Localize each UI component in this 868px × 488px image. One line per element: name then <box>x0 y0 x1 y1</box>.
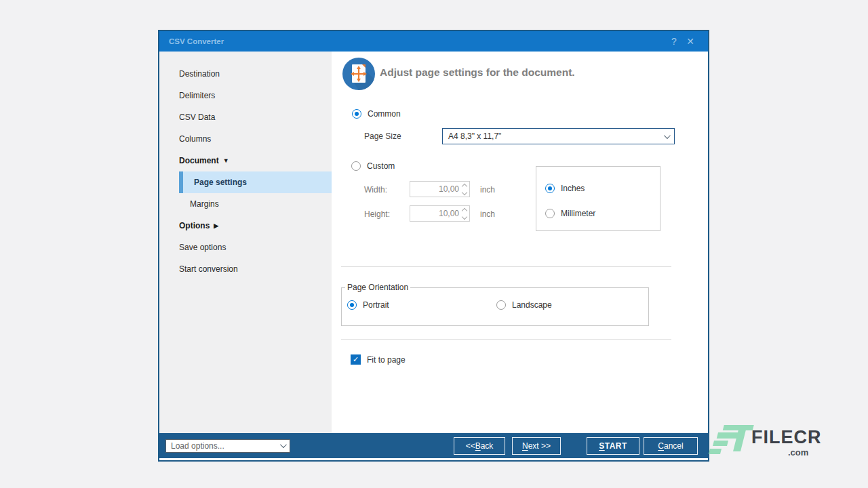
csv-converter-dialog: CSV Converter ? ✕ Destination Delimiters… <box>158 30 709 462</box>
common-radio-row: Common <box>352 109 401 119</box>
height-stepper[interactable] <box>462 209 467 219</box>
page-size-label: Page Size <box>364 131 401 141</box>
divider <box>341 339 671 340</box>
page-orientation-legend: Page Orientation <box>345 283 410 292</box>
cancel-button[interactable]: Cancel <box>644 437 698 455</box>
filecr-watermark: FILECR .com <box>712 420 827 460</box>
millimeter-label: Millimeter <box>561 209 595 218</box>
chevron-down-icon <box>280 441 287 448</box>
inches-label: Inches <box>561 184 585 193</box>
portrait-radio[interactable] <box>347 300 357 310</box>
chevron-right-icon: ▶ <box>214 222 218 229</box>
sidebar-item-delimiters[interactable]: Delimiters <box>159 85 332 106</box>
divider <box>341 266 671 267</box>
page-title: Adjust page settings for the document. <box>380 66 575 79</box>
titlebar: CSV Converter ? ✕ <box>159 31 708 52</box>
sidebar: Destination Delimiters CSV Data Columns … <box>159 52 332 433</box>
sidebar-item-page-settings[interactable]: Page settings <box>179 171 332 193</box>
sidebar-item-start-conversion[interactable]: Start conversion <box>159 258 332 280</box>
landscape-radio-row: Landscape <box>496 300 552 310</box>
common-label: Common <box>368 109 401 119</box>
sidebar-item-destination[interactable]: Destination <box>159 63 332 85</box>
millimeter-radio[interactable] <box>545 209 555 218</box>
footer-bar: Load options... << Back Next >> START Ca… <box>159 433 708 460</box>
sidebar-item-document[interactable]: Document ▼ <box>159 150 332 171</box>
width-unit-label: inch <box>480 185 495 195</box>
spinner-up-icon[interactable] <box>462 183 467 188</box>
width-field[interactable]: 10,00 <box>410 181 470 197</box>
spinner-down-icon[interactable] <box>462 189 467 195</box>
custom-radio-row: Custom <box>351 161 395 171</box>
spinner-down-icon[interactable] <box>462 214 467 219</box>
page-orientation-group: Page Orientation Portrait Landscape <box>341 283 649 326</box>
next-button[interactable]: Next >> <box>512 437 561 455</box>
page-size-select[interactable]: A4 8,3" x 11,7" <box>442 128 675 144</box>
back-button[interactable]: << Back <box>454 437 505 455</box>
custom-label: Custom <box>367 161 395 171</box>
filecr-brand-text: FILECR <box>751 427 822 448</box>
page-settings-panel: Adjust page settings for the document. C… <box>332 52 708 433</box>
check-icon: ✓ <box>353 355 359 363</box>
fit-to-page-row: ✓ Fit to page <box>351 354 406 365</box>
sidebar-item-options[interactable]: Options ▶ <box>159 215 332 237</box>
inches-radio-row: Inches <box>545 184 660 193</box>
start-button[interactable]: START <box>587 437 639 455</box>
load-options-select[interactable]: Load options... <box>165 439 290 453</box>
fit-to-page-checkbox[interactable]: ✓ <box>351 354 361 365</box>
filecr-logo-icon <box>708 420 757 455</box>
height-field[interactable]: 10,00 <box>410 205 470 222</box>
sidebar-item-csv-data[interactable]: CSV Data <box>159 106 332 128</box>
chevron-down-icon: ▼ <box>223 157 229 164</box>
sidebar-item-save-options[interactable]: Save options <box>159 237 332 258</box>
spinner-up-icon[interactable] <box>462 207 467 213</box>
width-label: Width: <box>364 185 387 195</box>
millimeter-radio-row: Millimeter <box>545 209 660 218</box>
fit-to-page-label: Fit to page <box>367 355 406 365</box>
sidebar-item-margins[interactable]: Margins <box>159 193 332 215</box>
sidebar-item-columns[interactable]: Columns <box>159 128 332 150</box>
landscape-label: Landscape <box>512 300 552 310</box>
custom-radio[interactable] <box>351 161 361 171</box>
landscape-radio[interactable] <box>496 300 506 310</box>
height-label: Height: <box>364 209 390 219</box>
inches-radio[interactable] <box>545 184 555 193</box>
height-unit-label: inch <box>480 209 495 219</box>
common-radio[interactable] <box>352 109 361 119</box>
window-title: CSV Converter <box>169 37 666 45</box>
close-button[interactable]: ✕ <box>682 36 698 47</box>
help-button[interactable]: ? <box>666 36 682 47</box>
portrait-radio-row: Portrait <box>347 300 389 310</box>
chevron-down-icon <box>664 132 671 139</box>
width-stepper[interactable] <box>462 184 467 195</box>
portrait-label: Portrait <box>363 300 389 310</box>
page-resize-icon <box>342 58 375 90</box>
units-box: Inches Millimeter <box>536 166 660 231</box>
filecr-suffix-text: .com <box>788 447 808 458</box>
